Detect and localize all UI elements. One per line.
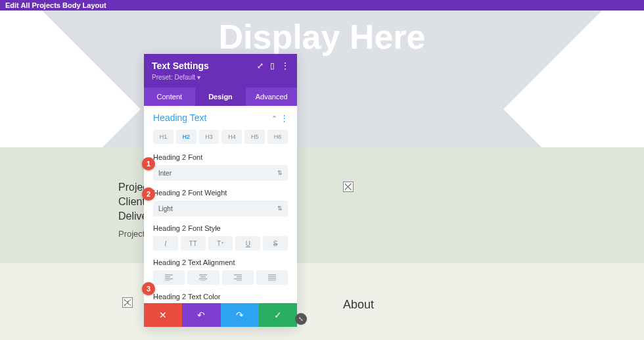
text-settings-panel: Text Settings ⤢ ▯ ⋮ Preset: Default ▾ Co…	[144, 54, 297, 327]
weight-label: Heading 2 Font Weight	[153, 189, 288, 197]
font-label: Heading 2 Font	[153, 153, 288, 161]
uppercase-button[interactable]: TT	[181, 236, 206, 251]
htab-h1[interactable]: H1	[153, 130, 173, 144]
chevron-up-icon[interactable]: ⌃	[271, 114, 277, 122]
text-align-buttons	[153, 270, 288, 285]
annotation-3: 3	[142, 282, 155, 295]
weight-select[interactable]: Light ⇅	[153, 201, 288, 216]
panel-header-icons: ⤢ ▯ ⋮	[257, 61, 289, 70]
select-arrows-icon: ⇅	[277, 205, 283, 212]
image-placeholder-icon	[343, 182, 354, 192]
section-menu-icon[interactable]: ⋮	[280, 113, 288, 123]
top-bar: Edit All Projects Body Layout	[0, 0, 644, 11]
align-label: Heading 2 Text Alignment	[153, 258, 288, 266]
about-heading: About	[343, 298, 374, 312]
style-label: Heading 2 Font Style	[153, 224, 288, 232]
columns-icon[interactable]: ▯	[270, 61, 275, 70]
panel-header[interactable]: Text Settings ⤢ ▯ ⋮ Preset: Default ▾	[144, 54, 297, 87]
undo-button[interactable]: ↶	[182, 303, 220, 327]
lower-section	[0, 263, 644, 340]
annotation-1: 1	[142, 157, 155, 170]
htab-h2[interactable]: H2	[176, 130, 196, 144]
hero-text: Display Here	[218, 17, 425, 57]
chevron-down-icon: ▾	[197, 74, 200, 81]
italic-button[interactable]: I	[153, 236, 178, 251]
expand-icon[interactable]: ⤢	[257, 61, 264, 70]
font-value: Inter	[158, 170, 172, 177]
panel-body[interactable]: Heading Text ⌃ ⋮ H1 H2 H3 H4 H5 H6 Headi…	[144, 106, 297, 303]
resize-handle-icon[interactable]: ⤡	[295, 313, 307, 325]
underline-button[interactable]: U	[235, 236, 260, 251]
section-heading-text[interactable]: Heading Text ⌃ ⋮	[153, 112, 288, 123]
htab-h5[interactable]: H5	[244, 130, 265, 144]
smallcaps-button[interactable]: T⁺	[208, 236, 233, 251]
panel-tabs: Content Design Advanced	[144, 87, 297, 106]
select-arrows-icon: ⇅	[277, 170, 283, 176]
weight-value: Light	[158, 205, 173, 212]
strikethrough-button[interactable]: S	[263, 236, 288, 251]
align-left-button[interactable]	[153, 270, 185, 285]
topbar-title: Edit All Projects Body Layout	[5, 1, 106, 9]
annotation-2: 2	[142, 187, 155, 201]
panel-title: Text Settings	[152, 61, 209, 71]
htab-h4[interactable]: H4	[221, 130, 242, 144]
redo-button[interactable]: ↷	[221, 303, 259, 327]
align-center-button[interactable]	[187, 270, 219, 285]
font-style-buttons: I TT T⁺ U S	[153, 236, 288, 251]
tab-design[interactable]: Design	[195, 87, 246, 106]
color-label: Heading 2 Text Color	[153, 293, 288, 301]
section-label: Heading Text	[153, 112, 206, 123]
content-band	[0, 147, 644, 263]
tab-advanced[interactable]: Advanced	[246, 87, 297, 106]
htab-h3[interactable]: H3	[199, 130, 219, 144]
hero-section: Display Here	[0, 11, 644, 147]
image-placeholder-icon	[122, 297, 133, 308]
heading-level-tabs: H1 H2 H3 H4 H5 H6	[153, 130, 288, 144]
cancel-button[interactable]: ✕	[144, 303, 182, 327]
htab-h6[interactable]: H6	[267, 130, 288, 144]
font-select[interactable]: Inter ⇅	[153, 165, 288, 181]
align-justify-button[interactable]	[256, 270, 288, 285]
preset-label[interactable]: Preset: Default ▾	[152, 74, 289, 81]
save-button[interactable]: ✓	[259, 303, 297, 327]
panel-footer: ✕ ↶ ↷ ✓	[144, 303, 297, 327]
tab-content[interactable]: Content	[144, 87, 195, 106]
menu-icon[interactable]: ⋮	[281, 61, 289, 70]
align-right-button[interactable]	[222, 270, 254, 285]
